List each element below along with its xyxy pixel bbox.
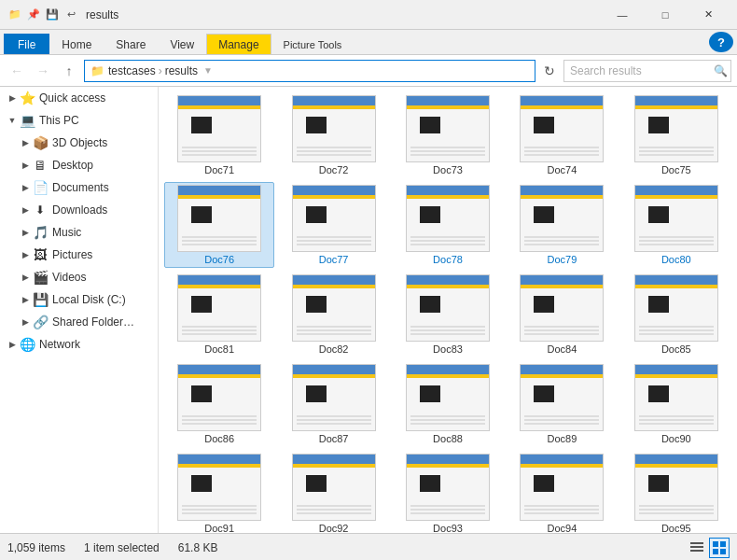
thumb-lines [410, 505, 485, 516]
file-name: Doc93 [433, 523, 463, 533]
expand-arrow-music: ▶ [19, 228, 32, 237]
file-item[interactable]: Doc83 [393, 272, 503, 357]
thumb-line [297, 147, 371, 148]
forward-button[interactable]: → [32, 60, 54, 82]
sidebar-item-network[interactable]: ▶ 🌐 Network [0, 333, 158, 356]
sidebar-item-quick-access[interactable]: ▶ ⭐ Quick access [0, 87, 158, 109]
file-item[interactable]: Doc89 [507, 361, 617, 447]
search-box[interactable]: 🔍 [563, 60, 731, 82]
file-thumbnail [406, 185, 490, 252]
thumb-black-sq [534, 385, 554, 402]
sidebar-item-downloads[interactable]: ▶ ⬇ Downloads [0, 199, 158, 221]
tab-share[interactable]: Share [104, 34, 158, 54]
thumb-line [639, 505, 714, 507]
file-name: Doc87 [319, 433, 349, 444]
thumb-lines [182, 505, 257, 516]
thumb-yellow-bar [407, 374, 489, 378]
tab-view[interactable]: View [158, 34, 206, 54]
file-item[interactable]: Doc71 [164, 92, 274, 178]
thumb-line [524, 244, 599, 245]
expand-arrow-3d: ▶ [19, 138, 32, 147]
file-item[interactable]: Doc87 [278, 361, 388, 447]
pictures-icon: 🖼 [32, 246, 49, 263]
sidebar-item-3d-objects[interactable]: ▶ 📦 3D Objects [0, 132, 158, 154]
thumb-lines [639, 147, 714, 158]
file-item[interactable]: Doc90 [621, 361, 731, 447]
ribbon: File Home Share View Manage Picture Tool… [0, 30, 737, 55]
file-item[interactable]: Doc73 [393, 92, 503, 178]
thumb-black-sq [534, 296, 554, 313]
view-details-button[interactable] [687, 538, 707, 558]
save-icon: 💾 [45, 7, 60, 22]
file-thumbnail [292, 364, 376, 431]
thumb-lines [524, 415, 599, 427]
sidebar-item-music[interactable]: ▶ 🎵 Music [0, 221, 158, 244]
thumb-line [297, 423, 371, 425]
file-item[interactable]: Doc76 [164, 182, 274, 268]
thumb-line [182, 505, 257, 507]
file-item[interactable]: Doc84 [507, 272, 617, 357]
file-item[interactable]: Doc79 [507, 182, 617, 268]
tab-picture-tools[interactable]: Picture Tools [271, 34, 355, 54]
tab-file[interactable]: File [4, 34, 49, 54]
file-item[interactable]: Doc81 [164, 272, 274, 357]
sidebar-item-shared-folders[interactable]: ▶ 🔗 Shared Folders (\\v [0, 311, 158, 333]
sidebar-item-desktop[interactable]: ▶ 🖥 Desktop [0, 154, 158, 176]
minimize-button[interactable]: — [601, 0, 644, 30]
file-thumbnail [634, 364, 718, 431]
file-item[interactable]: Doc72 [278, 92, 388, 178]
undo-icon: ↩ [63, 7, 78, 22]
thumb-line [639, 509, 714, 511]
thumb-line [524, 240, 599, 242]
file-item[interactable]: Doc75 [621, 92, 731, 178]
maximize-button[interactable]: □ [644, 0, 687, 30]
thumb-yellow-bar [178, 285, 260, 288]
file-item[interactable]: Doc74 [507, 92, 617, 178]
file-item[interactable]: Doc95 [621, 451, 731, 533]
file-item[interactable]: Doc91 [164, 451, 274, 533]
thumb-line [182, 333, 257, 335]
back-button[interactable]: ← [6, 60, 28, 82]
file-thumbnail [634, 95, 718, 162]
file-item[interactable]: Doc94 [507, 451, 617, 533]
file-item[interactable]: Doc82 [278, 272, 388, 357]
help-button[interactable]: ? [709, 32, 733, 52]
svg-rect-0 [690, 542, 703, 544]
sidebar-item-local-disk[interactable]: ▶ 💾 Local Disk (C:) [0, 288, 158, 311]
up-button[interactable]: ↑ [58, 60, 80, 82]
address-path[interactable]: 📁 testcases › results ▼ [84, 60, 535, 82]
file-item[interactable]: Doc92 [278, 451, 388, 533]
file-item[interactable]: Doc80 [621, 182, 731, 268]
path-dropdown[interactable]: ▼ [203, 65, 213, 76]
thumb-header [407, 96, 489, 105]
thumb-black-sq [191, 296, 212, 313]
thumb-header [293, 365, 375, 374]
sidebar-item-documents[interactable]: ▶ 📄 Documents [0, 176, 158, 199]
3d-objects-icon: 📦 [32, 134, 49, 151]
view-large-icons-button[interactable] [709, 538, 730, 558]
sidebar-label-shared-folders: Shared Folders (\\v [52, 315, 136, 329]
close-button[interactable]: ✕ [687, 0, 730, 30]
tab-manage[interactable]: Manage [206, 34, 271, 54]
sidebar-item-pictures[interactable]: ▶ 🖼 Pictures [0, 244, 158, 266]
file-item[interactable]: Doc77 [278, 182, 388, 268]
file-name: Doc78 [433, 254, 463, 265]
file-item[interactable]: Doc85 [621, 272, 731, 357]
file-item[interactable]: Doc93 [393, 451, 503, 533]
tab-home[interactable]: Home [49, 34, 104, 54]
thumb-line [182, 415, 257, 417]
sidebar-label-3d: 3D Objects [52, 136, 107, 149]
thumb-black-sq [306, 206, 327, 223]
sidebar-item-videos[interactable]: ▶ 🎬 Videos [0, 266, 158, 288]
file-thumbnail [292, 274, 376, 342]
sidebar-item-this-pc[interactable]: ▼ 💻 This PC [0, 109, 158, 132]
file-item[interactable]: Doc88 [393, 361, 503, 447]
thumb-yellow-bar [293, 195, 375, 199]
thumb-lines [524, 505, 599, 516]
file-item[interactable]: Doc86 [164, 361, 274, 447]
thumb-line [410, 150, 485, 152]
search-input[interactable] [570, 64, 710, 77]
file-item[interactable]: Doc78 [393, 182, 503, 268]
refresh-button[interactable]: ↻ [539, 61, 560, 81]
file-thumbnail [634, 274, 718, 342]
